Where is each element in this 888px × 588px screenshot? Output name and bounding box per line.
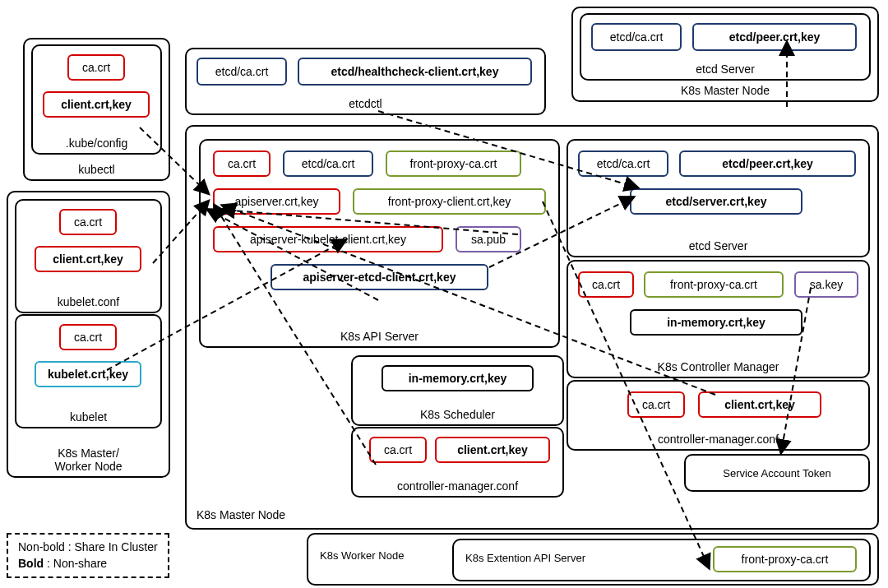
cm-ca: ca.crt bbox=[578, 271, 634, 298]
api-etcd-ca: etcd/ca.crt bbox=[283, 150, 373, 177]
label: K8s Worker Node bbox=[320, 549, 404, 562]
cert-ca1: ca.crt bbox=[59, 209, 117, 235]
api-fp-client: front-proxy-client.crt,key bbox=[353, 188, 546, 215]
cm-conf: ca.crt client.crt,key controller-manager… bbox=[567, 380, 870, 451]
worker-node: K8s Worker Node K8s Extention API Server… bbox=[307, 533, 879, 586]
master-node: K8s Master Node ca.crt etcd/ca.crt front… bbox=[185, 125, 879, 530]
top-etcd-server: etcd/ca.crt etcd/peer.crt,key etcd Serve… bbox=[580, 13, 871, 81]
label: kubelet bbox=[16, 410, 160, 424]
sched-conf-ca: ca.crt bbox=[369, 437, 427, 463]
cert-ca2: ca.crt bbox=[59, 324, 117, 350]
cert-label: front-proxy-client.crt,key bbox=[388, 195, 511, 208]
cert-label: etcd/peer.crt,key bbox=[722, 157, 813, 170]
label: etcd Server bbox=[581, 63, 869, 76]
kubelet-conf: ca.crt client.crt,key kubelet.conf bbox=[15, 199, 162, 313]
ext-api: K8s Extention API Server front-proxy-ca.… bbox=[452, 539, 871, 581]
etcd-server: etcd/ca.crt etcd/peer.crt,key etcd/serve… bbox=[567, 139, 870, 257]
cert-label: apiserver-etcd-client.crt,key bbox=[303, 271, 456, 284]
cert-hc-client: etcd/healthcheck-client.crt,key bbox=[298, 58, 532, 86]
label: K8s Master Node bbox=[573, 84, 877, 97]
legend-line1: Non-bold : Share In Cluster bbox=[18, 539, 158, 556]
label: K8s API Server bbox=[201, 330, 558, 343]
cert-label: kubelet.crt,key bbox=[48, 368, 128, 381]
cert-label: sa.pub bbox=[471, 233, 506, 246]
cert-etcd-ca: etcd/ca.crt bbox=[591, 23, 682, 51]
cm-fp-ca: front-proxy-ca.crt bbox=[644, 271, 784, 298]
api-apiserver: apiserver.crt,key bbox=[213, 188, 340, 215]
cert-label: client.crt,key bbox=[724, 398, 795, 411]
cert-label: sa.key bbox=[810, 278, 843, 291]
cert-label: apiserver.crt,key bbox=[235, 195, 319, 208]
api-server: ca.crt etcd/ca.crt front-proxy-ca.crt ap… bbox=[199, 139, 560, 348]
cert-label: etcd/ca.crt bbox=[597, 157, 650, 170]
cert-label: etcd/ca.crt bbox=[610, 30, 664, 44]
cert-label: client.crt,key bbox=[53, 252, 123, 266]
controller-manager: ca.crt front-proxy-ca.crt sa.key in-memo… bbox=[567, 260, 870, 378]
cert-label: client.crt,key bbox=[457, 443, 528, 456]
legend: Non-bold : Share In Cluster Bold : Non-s… bbox=[7, 533, 169, 578]
cert-kubelet: kubelet.crt,key bbox=[35, 361, 141, 387]
cert-etcd-ca: etcd/ca.crt bbox=[197, 58, 287, 86]
cert-etcd-peer: etcd/peer.crt,key bbox=[692, 23, 857, 51]
cert-label: client.crt,key bbox=[61, 98, 132, 111]
label: kubectl bbox=[25, 163, 169, 176]
sched-inmem: in-memory.crt,key bbox=[382, 365, 534, 391]
kubectl-node: ca.crt client.crt,key .kube/config kubec… bbox=[23, 38, 170, 181]
cert-label: front-proxy-ca.crt bbox=[410, 157, 497, 170]
sat: Service Account Token bbox=[684, 454, 870, 492]
sched-conf: ca.crt client.crt,key controller-manager… bbox=[351, 427, 564, 498]
cm-conf-client: client.crt,key bbox=[698, 391, 821, 418]
cert-label: etcd/peer.crt,key bbox=[729, 30, 821, 44]
cert-ca: ca.crt bbox=[67, 54, 125, 81]
label: K8s Controller Manager bbox=[568, 360, 868, 373]
cert-label: ca.crt bbox=[592, 278, 620, 291]
top-master-node: etcd/ca.crt etcd/peer.crt,key etcd Serve… bbox=[571, 7, 879, 102]
legend-line2: Bold : Non-share bbox=[18, 556, 158, 572]
cert-label: ca.crt bbox=[384, 443, 412, 456]
cert-label: ca.crt bbox=[228, 157, 256, 170]
label: .kube/config bbox=[33, 137, 160, 150]
cert-label: in-memory.crt,key bbox=[667, 316, 765, 329]
cert-label: ca.crt bbox=[82, 61, 110, 74]
fp-ca: front-proxy-ca.crt bbox=[713, 546, 857, 572]
api-ca: ca.crt bbox=[213, 150, 271, 177]
api-fp-ca: front-proxy-ca.crt bbox=[386, 150, 521, 177]
label: etcdctl bbox=[187, 97, 544, 110]
cert-label: ca.crt bbox=[74, 331, 102, 344]
mw-node: ca.crt client.crt,key kubelet.conf ca.cr… bbox=[7, 191, 170, 478]
etcd-peer: etcd/peer.crt,key bbox=[679, 150, 856, 177]
cert-label: front-proxy-ca.crt bbox=[742, 553, 829, 566]
api-kubelet-client: apiserver-kubelet-client.crt,key bbox=[213, 226, 443, 252]
cert-label: etcd/ca.crt bbox=[302, 157, 355, 170]
label: controller-manager.conf bbox=[568, 433, 868, 446]
cert-client: client.crt,key bbox=[43, 91, 150, 118]
cert-label: etcd/server.crt,key bbox=[666, 195, 767, 208]
label: K8s Master Node bbox=[197, 508, 877, 521]
label: Service Account Token bbox=[723, 467, 830, 479]
label: kubelet.conf bbox=[16, 295, 160, 308]
kubelet: ca.crt kubelet.crt,key kubelet bbox=[15, 314, 162, 428]
cert-label: etcd/healthcheck-client.crt,key bbox=[331, 65, 499, 78]
cert-label: etcd/ca.crt bbox=[215, 65, 269, 78]
label: K8s Extention API Server bbox=[465, 552, 585, 564]
label: K8s Scheduler bbox=[353, 408, 562, 421]
cert-label: ca.crt bbox=[642, 398, 670, 411]
cert-label: front-proxy-ca.crt bbox=[670, 278, 757, 291]
cert-client: client.crt,key bbox=[35, 246, 141, 272]
scheduler: in-memory.crt,key K8s Scheduler bbox=[351, 355, 564, 426]
cm-inmem: in-memory.crt,key bbox=[630, 309, 802, 336]
cm-conf-ca: ca.crt bbox=[627, 391, 685, 418]
cm-sa-key: sa.key bbox=[794, 271, 858, 298]
sched-conf-client: client.crt,key bbox=[435, 437, 550, 463]
api-etcd-client: apiserver-etcd-client.crt,key bbox=[271, 264, 488, 290]
label: controller-manager.conf bbox=[353, 479, 562, 493]
api-sa-pub: sa.pub bbox=[456, 226, 521, 252]
etcd-server-cert: etcd/server.crt,key bbox=[630, 188, 802, 215]
cert-label: in-memory.crt,key bbox=[409, 372, 507, 385]
label: etcd Server bbox=[568, 239, 868, 252]
cert-label: ca.crt bbox=[74, 215, 102, 229]
etcdctl-node: etcd/ca.crt etcd/healthcheck-client.crt,… bbox=[185, 48, 546, 115]
cert-label: apiserver-kubelet-client.crt,key bbox=[250, 233, 406, 246]
etcd-ca: etcd/ca.crt bbox=[578, 150, 668, 177]
kubeconfig: ca.crt client.crt,key .kube/config bbox=[31, 44, 162, 155]
